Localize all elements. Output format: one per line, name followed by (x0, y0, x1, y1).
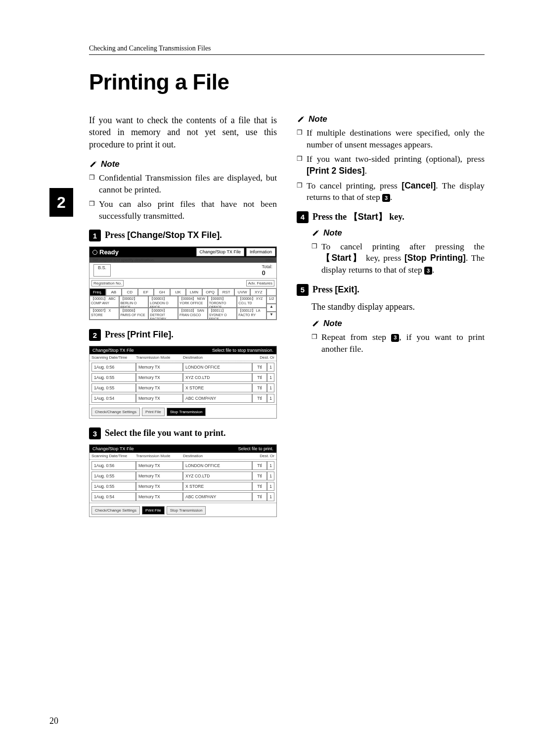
note-heading: Note (297, 114, 485, 124)
step-4: 4 Press the 【Start】 key. (297, 211, 485, 223)
step-ref-icon: 3 (391, 334, 399, 342)
list-item: To cancel printing after pressing the 【S… (312, 241, 485, 276)
step-1: 1 Press [Change/Stop TX File]. (89, 230, 277, 241)
step-3: 3 Select the file you want to print. (89, 427, 277, 439)
dest-cell[interactable]: 【00011】 SYDNEY O FFICE (208, 308, 237, 320)
note-list: If multiple destinations were specified,… (297, 127, 485, 203)
tab[interactable]: LMN (186, 288, 202, 296)
pencil-icon (312, 229, 320, 237)
adv-features-button[interactable]: Adv. Features (246, 280, 274, 286)
step-5: 5 Press [Exit]. (297, 284, 485, 296)
dest-cell[interactable]: 【00012】 LA FACTO RY (237, 308, 267, 320)
page-title: Printing a File (89, 70, 485, 94)
step-number-icon: 5 (297, 284, 309, 296)
registration-button[interactable]: Registration No. (91, 280, 124, 286)
table-row[interactable]: 1Aug. 0:55Memory TXXYZ CO.LTDTtl1 (91, 472, 274, 480)
tab[interactable]: AB (106, 288, 122, 296)
screenshot-file-list: Change/Stop TX FileSelect file to stop t… (89, 346, 277, 419)
dest-cell[interactable]: 【00009】 DETROIT FACTORY (148, 308, 178, 320)
table-row[interactable]: 1Aug. 0:55Memory TXX STORETtl1 (91, 482, 274, 491)
prev-page-button[interactable]: ▲ (267, 304, 276, 312)
table-row[interactable]: 1Aug. 0:56Memory TXLONDON OFFICETtl1 (91, 363, 274, 372)
dest-cell[interactable]: 【00003】 LONDON O FFICE (148, 296, 178, 308)
pencil-icon (89, 160, 98, 169)
tab[interactable]: CD (122, 288, 138, 296)
note-heading: Note (89, 159, 277, 169)
note-list: Confidential Transmission files are disp… (89, 172, 277, 222)
dest-cell[interactable]: 【00002】 BERLIN O FFICE (119, 296, 149, 308)
pencil-icon (297, 115, 306, 124)
dest-cell[interactable]: 【00004】 NEW YORK OFFICE (178, 296, 208, 308)
tab[interactable]: GH (154, 288, 170, 296)
action-button[interactable]: Stop Transmission (167, 408, 206, 416)
dest-cell[interactable]: 【00008】 PARIS OF FICE (119, 308, 149, 320)
dest-cell[interactable]: 【00007】 X STORE (89, 308, 119, 320)
note-heading: Note (312, 319, 485, 329)
chapter-tab: 2 (49, 188, 73, 217)
step-number-icon: 4 (297, 211, 309, 223)
step-ref-icon: 3 (382, 194, 390, 202)
bs-button[interactable]: B.S. (93, 264, 111, 277)
note-list: Repeat from step 3, if you want to print… (312, 331, 485, 355)
button-label: [Exit] (335, 284, 357, 294)
tab-freq[interactable]: Freq. (89, 288, 106, 296)
screenshot-ready: Ready Change/Stop TX File Information Se… (89, 246, 277, 320)
step-2: 2 Press [Print File]. (89, 329, 277, 341)
list-item: Confidential Transmission files are disp… (89, 172, 277, 195)
action-button[interactable]: Print File (142, 506, 165, 515)
tab[interactable]: RST (218, 288, 234, 296)
tab[interactable]: IJK (170, 288, 186, 296)
list-item: If multiple destinations were specified,… (297, 127, 485, 150)
change-stop-button[interactable]: Change/Stop TX File (196, 248, 244, 256)
step-number-icon: 3 (89, 427, 101, 439)
list-item: If you want two-sided printing (optional… (297, 153, 485, 177)
tab[interactable]: OPQ (202, 288, 219, 296)
tab[interactable]: EF (138, 288, 154, 296)
step-number-icon: 1 (89, 230, 101, 241)
step-number-icon: 2 (89, 329, 101, 341)
table-row[interactable]: 1Aug. 0:54Memory TXABC COMPANYTtl1 (91, 492, 274, 501)
screenshot-print-file: Change/Stop TX FileSelect file to print.… (89, 444, 277, 517)
information-button[interactable]: Information (246, 248, 275, 256)
list-item: To cancel printing, press [Cancel]. The … (297, 180, 485, 203)
table-row[interactable]: 1Aug. 0:56Memory TXLONDON OFFICETtl1 (91, 461, 274, 470)
note-heading: Note (312, 228, 485, 238)
tab[interactable]: XYZ (250, 288, 267, 296)
tab[interactable]: UVW (234, 288, 251, 296)
dest-cell[interactable]: 【00001】 ABC COMP ANY (89, 296, 119, 308)
table-row[interactable]: 1Aug. 0:55Memory TXXYZ CO.LTDTtl1 (91, 373, 274, 382)
list-item: Repeat from step 3, if you want to print… (312, 331, 485, 355)
dest-cell[interactable]: 【00006】 XYZ CO.L TD (237, 296, 267, 308)
step-ref-icon: 3 (424, 267, 432, 275)
table-row[interactable]: 1Aug. 0:55Memory TXX STORETtl1 (91, 383, 274, 392)
button-label: [Change/Stop TX File] (127, 230, 220, 240)
action-button[interactable]: Print File (142, 408, 165, 416)
note-list: To cancel printing after pressing the 【S… (312, 241, 485, 276)
page-indicator: 1/2 (267, 296, 276, 304)
standby-text: The standby display appears. (297, 301, 485, 313)
table-row[interactable]: 1Aug. 0:54Memory TXABC COMPANYTtl1 (91, 394, 274, 403)
intro-text: If you want to check the contents of a f… (89, 114, 277, 150)
left-column: If you want to check the contents of a f… (89, 114, 277, 526)
right-column: Note If multiple destinations were speci… (297, 114, 485, 526)
action-button[interactable]: Stop Transmission (167, 506, 206, 515)
dest-cell[interactable]: 【00010】 SAN FRAN CISCO (178, 308, 208, 320)
list-item: You can also print files that have not b… (89, 198, 277, 222)
action-button[interactable]: Check/Change Settings (91, 408, 140, 416)
page-number: 20 (49, 716, 58, 726)
action-button[interactable]: Check/Change Settings (91, 506, 140, 515)
next-page-button[interactable]: ▼ (267, 312, 276, 320)
pencil-icon (312, 319, 320, 328)
header-path: Checking and Canceling Transmission File… (89, 45, 485, 55)
dest-cell[interactable]: 【00005】 TORONTO OFFICE (208, 296, 237, 308)
button-label: [Print File] (127, 330, 171, 339)
